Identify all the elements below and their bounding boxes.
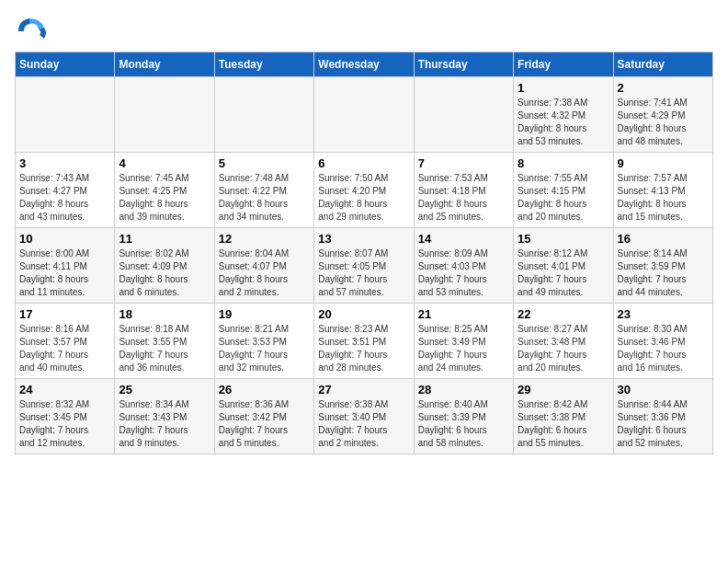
calendar-cell: 28Sunrise: 8:40 AM Sunset: 3:39 PM Dayli… [414, 379, 513, 454]
day-info: Sunrise: 7:55 AM Sunset: 4:15 PM Dayligh… [518, 172, 609, 224]
calendar-cell: 27Sunrise: 8:38 AM Sunset: 3:40 PM Dayli… [314, 379, 414, 454]
day-number: 12 [219, 232, 310, 246]
day-number: 21 [418, 307, 509, 321]
day-info: Sunrise: 8:07 AM Sunset: 4:05 PM Dayligh… [318, 247, 409, 299]
day-info: Sunrise: 8:34 AM Sunset: 3:43 PM Dayligh… [119, 398, 210, 450]
day-number: 18 [119, 307, 210, 321]
day-info: Sunrise: 7:57 AM Sunset: 4:13 PM Dayligh… [618, 172, 709, 224]
day-number: 3 [19, 156, 110, 170]
calendar-cell: 12Sunrise: 8:04 AM Sunset: 4:07 PM Dayli… [214, 228, 313, 304]
day-info: Sunrise: 8:40 AM Sunset: 3:39 PM Dayligh… [418, 398, 509, 450]
calendar-cell: 13Sunrise: 8:07 AM Sunset: 4:05 PM Dayli… [314, 228, 414, 304]
calendar-cell: 7Sunrise: 7:53 AM Sunset: 4:18 PM Daylig… [414, 153, 513, 228]
calendar-cell: 29Sunrise: 8:42 AM Sunset: 3:38 PM Dayli… [514, 379, 613, 454]
weekday-header: Sunday [16, 52, 115, 77]
day-number: 2 [618, 81, 709, 95]
day-number: 19 [219, 307, 310, 321]
calendar-cell: 1Sunrise: 7:38 AM Sunset: 4:32 PM Daylig… [514, 77, 613, 153]
day-info: Sunrise: 8:21 AM Sunset: 3:53 PM Dayligh… [219, 323, 310, 374]
day-number: 9 [618, 156, 709, 170]
day-number: 14 [418, 232, 509, 246]
calendar-week-row: 3Sunrise: 7:43 AM Sunset: 4:27 PM Daylig… [16, 153, 713, 228]
day-info: Sunrise: 8:18 AM Sunset: 3:55 PM Dayligh… [119, 323, 210, 374]
day-number: 6 [318, 156, 409, 170]
day-number: 23 [618, 307, 709, 321]
day-info: Sunrise: 8:36 AM Sunset: 3:42 PM Dayligh… [219, 398, 310, 450]
day-number: 29 [518, 383, 609, 396]
calendar-cell: 20Sunrise: 8:23 AM Sunset: 3:51 PM Dayli… [314, 304, 414, 379]
day-number: 13 [318, 232, 409, 246]
day-info: Sunrise: 8:16 AM Sunset: 3:57 PM Dayligh… [19, 323, 110, 374]
weekday-header: Saturday [613, 52, 712, 77]
calendar-cell: 4Sunrise: 7:45 AM Sunset: 4:25 PM Daylig… [115, 153, 214, 228]
day-info: Sunrise: 8:25 AM Sunset: 3:49 PM Dayligh… [418, 323, 509, 374]
day-number: 26 [219, 383, 310, 396]
weekday-header: Tuesday [214, 52, 313, 77]
day-info: Sunrise: 7:45 AM Sunset: 4:25 PM Dayligh… [119, 172, 210, 224]
calendar-cell: 19Sunrise: 8:21 AM Sunset: 3:53 PM Dayli… [214, 304, 313, 379]
calendar-cell: 30Sunrise: 8:44 AM Sunset: 3:36 PM Dayli… [613, 379, 712, 454]
calendar-cell: 6Sunrise: 7:50 AM Sunset: 4:20 PM Daylig… [314, 153, 414, 228]
calendar-header: SundayMondayTuesdayWednesdayThursdayFrid… [16, 52, 713, 77]
calendar-cell [16, 77, 115, 153]
day-info: Sunrise: 8:44 AM Sunset: 3:36 PM Dayligh… [618, 398, 709, 450]
day-number: 20 [318, 307, 409, 321]
day-number: 25 [119, 383, 210, 396]
day-info: Sunrise: 8:14 AM Sunset: 3:59 PM Dayligh… [618, 247, 709, 299]
day-info: Sunrise: 7:53 AM Sunset: 4:18 PM Dayligh… [418, 172, 509, 224]
day-number: 8 [518, 156, 609, 170]
day-info: Sunrise: 7:41 AM Sunset: 4:29 PM Dayligh… [618, 97, 709, 148]
weekday-header: Friday [514, 52, 613, 77]
day-info: Sunrise: 8:23 AM Sunset: 3:51 PM Dayligh… [318, 323, 409, 374]
day-info: Sunrise: 7:43 AM Sunset: 4:27 PM Dayligh… [19, 172, 110, 224]
calendar-week-row: 17Sunrise: 8:16 AM Sunset: 3:57 PM Dayli… [16, 304, 713, 379]
logo [15, 15, 53, 48]
day-number: 16 [618, 232, 709, 246]
day-info: Sunrise: 8:38 AM Sunset: 3:40 PM Dayligh… [318, 398, 409, 450]
day-number: 10 [19, 232, 110, 246]
calendar-cell: 24Sunrise: 8:32 AM Sunset: 3:45 PM Dayli… [16, 379, 115, 454]
calendar-cell: 15Sunrise: 8:12 AM Sunset: 4:01 PM Dayli… [514, 228, 613, 304]
calendar-cell [314, 77, 414, 153]
page-header [15, 15, 713, 48]
day-info: Sunrise: 8:42 AM Sunset: 3:38 PM Dayligh… [518, 398, 609, 450]
weekday-header: Thursday [414, 52, 513, 77]
day-number: 24 [19, 383, 110, 396]
calendar-week-row: 24Sunrise: 8:32 AM Sunset: 3:45 PM Dayli… [16, 379, 713, 454]
day-number: 28 [418, 383, 509, 396]
day-info: Sunrise: 8:02 AM Sunset: 4:09 PM Dayligh… [119, 247, 210, 299]
calendar-cell: 11Sunrise: 8:02 AM Sunset: 4:09 PM Dayli… [115, 228, 214, 304]
calendar-week-row: 10Sunrise: 8:00 AM Sunset: 4:11 PM Dayli… [16, 228, 713, 304]
calendar-cell: 16Sunrise: 8:14 AM Sunset: 3:59 PM Dayli… [613, 228, 712, 304]
calendar-cell [214, 77, 313, 153]
calendar-cell: 26Sunrise: 8:36 AM Sunset: 3:42 PM Dayli… [214, 379, 313, 454]
calendar-cell: 25Sunrise: 8:34 AM Sunset: 3:43 PM Dayli… [115, 379, 214, 454]
weekday-row: SundayMondayTuesdayWednesdayThursdayFrid… [16, 52, 713, 77]
calendar-table: SundayMondayTuesdayWednesdayThursdayFrid… [15, 52, 713, 454]
weekday-header: Monday [115, 52, 214, 77]
calendar-cell: 17Sunrise: 8:16 AM Sunset: 3:57 PM Dayli… [16, 304, 115, 379]
calendar-cell: 8Sunrise: 7:55 AM Sunset: 4:15 PM Daylig… [514, 153, 613, 228]
day-info: Sunrise: 7:50 AM Sunset: 4:20 PM Dayligh… [318, 172, 409, 224]
day-info: Sunrise: 8:30 AM Sunset: 3:46 PM Dayligh… [618, 323, 709, 374]
day-number: 22 [518, 307, 609, 321]
logo-icon [15, 15, 48, 48]
day-number: 30 [618, 383, 709, 396]
day-info: Sunrise: 8:12 AM Sunset: 4:01 PM Dayligh… [518, 247, 609, 299]
calendar-cell: 10Sunrise: 8:00 AM Sunset: 4:11 PM Dayli… [16, 228, 115, 304]
day-info: Sunrise: 8:04 AM Sunset: 4:07 PM Dayligh… [219, 247, 310, 299]
day-number: 5 [219, 156, 310, 170]
calendar-cell [414, 77, 513, 153]
calendar-body: 1Sunrise: 7:38 AM Sunset: 4:32 PM Daylig… [16, 77, 713, 454]
day-info: Sunrise: 7:48 AM Sunset: 4:22 PM Dayligh… [219, 172, 310, 224]
calendar-cell: 18Sunrise: 8:18 AM Sunset: 3:55 PM Dayli… [115, 304, 214, 379]
day-number: 7 [418, 156, 509, 170]
day-info: Sunrise: 8:00 AM Sunset: 4:11 PM Dayligh… [19, 247, 110, 299]
day-info: Sunrise: 8:27 AM Sunset: 3:48 PM Dayligh… [518, 323, 609, 374]
day-number: 15 [518, 232, 609, 246]
day-number: 1 [518, 81, 609, 95]
calendar-cell: 22Sunrise: 8:27 AM Sunset: 3:48 PM Dayli… [514, 304, 613, 379]
calendar-cell: 14Sunrise: 8:09 AM Sunset: 4:03 PM Dayli… [414, 228, 513, 304]
calendar-cell [115, 77, 214, 153]
day-info: Sunrise: 8:32 AM Sunset: 3:45 PM Dayligh… [19, 398, 110, 450]
